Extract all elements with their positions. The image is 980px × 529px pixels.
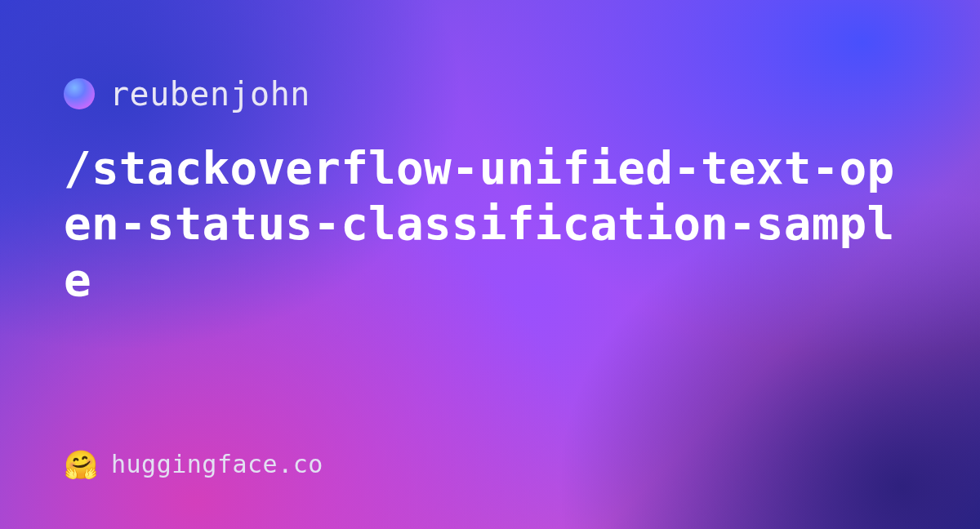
avatar (64, 78, 95, 109)
huggingface-emoji-icon: 🤗 (64, 451, 98, 478)
owner-row: reubenjohn (64, 75, 916, 113)
owner-name: reubenjohn (109, 75, 310, 113)
site-label: huggingface.co (111, 450, 323, 478)
repo-path: /stackoverflow-unified-text-open-status-… (64, 140, 916, 308)
social-card: reubenjohn /stackoverflow-unified-text-o… (0, 0, 980, 529)
footer-row: 🤗 huggingface.co (64, 450, 323, 478)
